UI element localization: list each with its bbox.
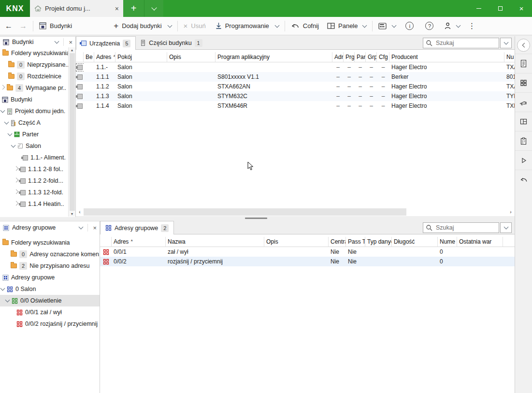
chevron-down-icon[interactable]: [11, 143, 16, 148]
close-panel-icon[interactable]: ×: [93, 224, 97, 232]
new-tab-button[interactable]: +: [123, 0, 144, 17]
table-row[interactable]: 1.1.4 Salon STXM646R – – – – – Hager Ele…: [76, 101, 515, 111]
undo-icon[interactable]: [291, 23, 300, 29]
column-header-numer[interactable]: Nu: [504, 52, 515, 62]
tab-group-addresses[interactable]: Adresy grupowe 2: [100, 221, 174, 234]
column-header-pass[interactable]: Pass T: [346, 237, 365, 247]
column-header-be[interactable]: Be: [84, 52, 94, 62]
close-panel-icon[interactable]: ×: [69, 39, 72, 46]
tree-item-device-1-1-3[interactable]: 1.1.3 12-fold.: [0, 187, 68, 198]
close-window-button[interactable]: ×: [511, 0, 532, 17]
column-header-program[interactable]: Program aplikacyjny: [216, 52, 332, 62]
tree-item-main-group-salon[interactable]: 0 Salon: [0, 283, 100, 295]
table-row[interactable]: 1.1.3 Salon STYM632C – – – – – Hager Ele…: [76, 91, 515, 101]
tree-item-part-a[interactable]: Część A: [0, 117, 68, 129]
chevron-down-icon[interactable]: [0, 108, 5, 113]
chevron-down-icon[interactable]: [0, 286, 5, 291]
tree-item-device-1-1[interactable]: 1.1.- Aliment.: [0, 152, 68, 163]
chevron-right-icon[interactable]: [14, 189, 19, 194]
tree-item-salon[interactable]: Salon: [0, 140, 68, 152]
chevron-right-icon[interactable]: [14, 166, 19, 171]
panel-dropdown-chevron-icon[interactable]: [55, 39, 59, 44]
panel-layout-button[interactable]: [515, 112, 532, 131]
column-header-typ[interactable]: Typ danyc: [365, 237, 392, 247]
tree-item-project[interactable]: Projekt domu jedn.: [0, 105, 68, 117]
expand-sidebar-button[interactable]: [517, 39, 530, 52]
minimize-button[interactable]: [468, 0, 489, 17]
table-row[interactable]: 1.1.- Salon – – – – – Hager Electro TXA1: [76, 62, 515, 72]
maximize-button[interactable]: [489, 0, 511, 17]
search-input[interactable]: [423, 38, 499, 48]
tree-item-device-1-1-2[interactable]: 1.1.2 2-fold...: [0, 175, 68, 187]
column-header-numer[interactable]: Nume: [438, 237, 457, 247]
forward-button[interactable]: →: [19, 22, 27, 30]
more-menu-icon[interactable]: ⋮: [468, 21, 475, 30]
workspace-icon[interactable]: [378, 23, 387, 29]
search-options-button[interactable]: [500, 222, 512, 233]
vertical-scrollbar[interactable]: ▴ ▾: [68, 47, 75, 217]
table-row[interactable]: 0/0/1 zał / wył Nie Nie 0: [100, 247, 515, 257]
user-icon[interactable]: [444, 22, 451, 29]
column-header-dlugosc[interactable]: Długość: [392, 237, 438, 247]
download-icon[interactable]: [216, 22, 222, 29]
delete-icon[interactable]: ×: [184, 22, 188, 30]
column-header-opis[interactable]: Opis: [167, 52, 216, 62]
column-header-producent[interactable]: Producent: [389, 52, 504, 62]
properties-panel-button[interactable]: [515, 54, 532, 73]
column-header-adres[interactable]: Adres▲: [94, 52, 115, 62]
chevron-down-icon[interactable]: [4, 120, 9, 125]
undo-history-button[interactable]: [515, 170, 532, 189]
scrollbar-thumb[interactable]: [70, 53, 75, 211]
info-icon[interactable]: i: [405, 22, 414, 30]
chevron-right-icon[interactable]: [14, 178, 19, 183]
pending-operations-button[interactable]: [515, 150, 532, 170]
tree-item-search-folders[interactable]: Foldery wyszukiwania: [0, 237, 100, 248]
add-dropdown-chevron-icon[interactable]: [167, 23, 172, 28]
tree-item-ga-dim[interactable]: 0/0/2 rozjaśnij / przyciemnij: [0, 318, 100, 330]
scroll-down-icon[interactable]: ▾: [71, 212, 73, 216]
help-icon[interactable]: ?: [425, 22, 433, 30]
chevron-down-icon[interactable]: [5, 298, 10, 303]
chevron-right-icon[interactable]: [14, 201, 19, 206]
column-header-centralna[interactable]: Centra: [329, 237, 346, 247]
chevron-down-icon[interactable]: [8, 131, 13, 136]
tree-item-no-address[interactable]: 2 Nie przypisano adresu: [0, 260, 100, 272]
panels-icon[interactable]: [327, 23, 335, 29]
tree-item-middle-group-lighting[interactable]: 0/0 Oświetlenie: [0, 295, 100, 306]
column-header-par[interactable]: Par: [355, 52, 366, 62]
tab-building-parts[interactable]: Części budynku 1: [136, 36, 207, 49]
tree-item-device-1-1-1[interactable]: 1.1.1 2-8 fol..: [0, 163, 68, 175]
scroll-left-icon[interactable]: ‹: [76, 209, 84, 215]
table-row[interactable]: 0/0/2 rozjaśnij / przyciemnij Nie Nie 0: [100, 257, 515, 266]
group-addresses-panel-button[interactable]: [515, 73, 532, 92]
splitter-handle[interactable]: [245, 218, 267, 219]
tree-section-group-addresses[interactable]: Adresy grupowe: [0, 272, 100, 283]
tree-item-ga-on-off[interactable]: 0/0/1 zał / wył: [0, 306, 100, 318]
column-header-adr[interactable]: Adr: [332, 52, 344, 62]
column-header-nazwa[interactable]: Nazwa: [166, 237, 264, 247]
workspace-dropdown-chevron-icon[interactable]: [392, 23, 397, 28]
tree-item-parter[interactable]: Parter: [0, 129, 68, 140]
diagnostics-panel-button[interactable]: [515, 92, 532, 112]
column-header-prg[interactable]: Prg: [344, 52, 355, 62]
horizontal-scrollbar[interactable]: ‹ ›: [76, 208, 515, 216]
column-header-icon[interactable]: [100, 237, 112, 247]
programming-button[interactable]: Programowanie: [225, 22, 269, 29]
scroll-right-icon[interactable]: ›: [507, 209, 515, 215]
column-header-icon[interactable]: [76, 52, 84, 62]
user-dropdown-chevron-icon[interactable]: [456, 23, 461, 28]
tree-section-buildings[interactable]: Budynki: [0, 94, 68, 105]
panels-button[interactable]: Panele: [338, 22, 358, 29]
project-tab[interactable]: Projekt domu j... ×: [30, 0, 123, 17]
tree-item-search-folders[interactable]: Foldery wyszukiwania: [0, 47, 68, 59]
tab-devices[interactable]: Urządzenia 5: [76, 36, 136, 50]
add-icon[interactable]: +: [114, 21, 118, 31]
back-button[interactable]: ←: [5, 22, 13, 30]
scrollbar-thumb[interactable]: [84, 208, 406, 216]
column-header-cfg[interactable]: Cfg: [377, 52, 389, 62]
tree-item-device-1-1-4[interactable]: 1.1.4 Heatin..: [0, 198, 68, 210]
table-row[interactable]: 1.1.2 Salon STXA662AN – – – – – Hager El…: [76, 82, 515, 91]
programming-dropdown-chevron-icon[interactable]: [274, 23, 279, 28]
table-row[interactable]: 1.1.1 Salon S801xxxxx V1.1 – – – – – Ber…: [76, 72, 515, 82]
chevron-right-icon[interactable]: [0, 85, 5, 90]
